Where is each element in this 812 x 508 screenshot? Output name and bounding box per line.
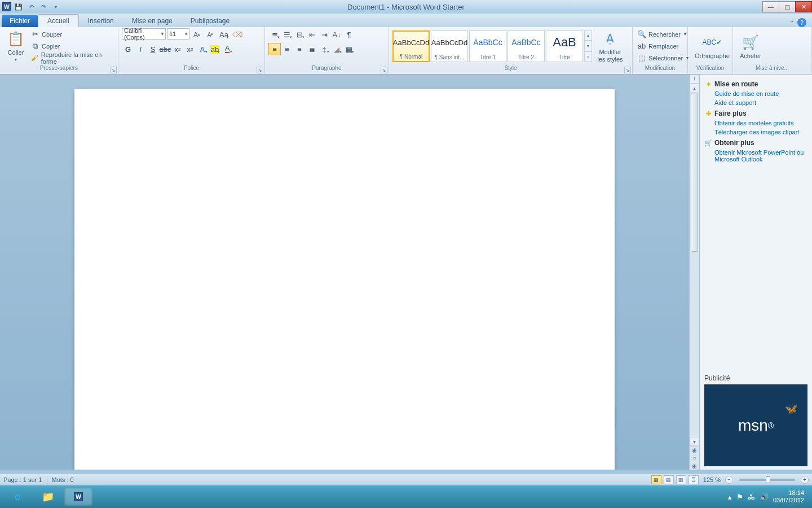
gallery-up[interactable]: ▴ xyxy=(584,30,592,41)
text-effects-button[interactable]: A xyxy=(196,43,209,55)
align-left-button[interactable]: ≡ xyxy=(268,43,281,55)
file-tab[interactable]: Fichier xyxy=(2,15,38,27)
italic-button[interactable]: I xyxy=(134,43,147,55)
prev-page[interactable]: ◉ xyxy=(690,446,699,454)
justify-button[interactable]: ≣ xyxy=(306,43,318,55)
clock[interactable]: 18:14 03/07/2012 xyxy=(773,489,804,504)
undo-button[interactable]: ↶ xyxy=(26,2,36,12)
font-size-select[interactable]: 11▾ xyxy=(167,28,189,40)
find-button[interactable]: 🔍Rechercher▾ xyxy=(636,29,690,40)
increase-indent-button[interactable]: ⇥ xyxy=(318,28,330,41)
tab-mise-en-page[interactable]: Mise en page xyxy=(123,15,182,27)
taskbar-ie[interactable]: e xyxy=(3,488,32,506)
document-area[interactable] xyxy=(0,75,689,470)
next-page[interactable]: ◉ xyxy=(690,462,699,470)
numbering-button[interactable]: ☰ xyxy=(281,28,293,41)
page-indicator[interactable]: Page : 1 sur 1 xyxy=(3,476,42,483)
taskbar-word[interactable]: W xyxy=(64,488,92,506)
tab-accueil[interactable]: Accueil xyxy=(38,14,79,27)
minimize-ribbon-button[interactable]: ⌃ xyxy=(789,20,794,26)
bold-button[interactable]: G xyxy=(122,43,134,55)
underline-button[interactable]: S xyxy=(147,43,159,55)
link-help[interactable]: Aide et support xyxy=(704,98,807,107)
line-spacing-button[interactable]: ‡ xyxy=(318,43,330,55)
replace-button[interactable]: abRemplacer xyxy=(636,41,690,52)
borders-button[interactable]: ▦ xyxy=(343,43,355,55)
network-icon[interactable]: 🖧 xyxy=(748,493,755,501)
help-button[interactable]: ? xyxy=(797,18,806,27)
styles-launcher[interactable]: ↘ xyxy=(624,67,631,73)
page[interactable] xyxy=(74,89,615,470)
grow-font-button[interactable]: A▴ xyxy=(191,28,203,41)
print-layout-view[interactable]: ▦ xyxy=(651,475,661,484)
clipboard-launcher[interactable]: ↘ xyxy=(110,67,117,73)
zoom-in[interactable]: + xyxy=(801,476,809,484)
font-color-button[interactable]: A xyxy=(221,43,233,55)
word-count[interactable]: Mots : 0 xyxy=(52,476,74,483)
sort-button[interactable]: A↓ xyxy=(330,28,343,41)
strikethrough-button[interactable]: abc xyxy=(159,43,171,55)
buy-button[interactable]: 🛒 Acheter xyxy=(736,32,765,60)
subscript-button[interactable]: x2 xyxy=(171,43,184,55)
qat-customize[interactable]: ▾ xyxy=(51,2,61,12)
highlight-button[interactable]: ab xyxy=(209,43,221,55)
superscript-button[interactable]: x2 xyxy=(184,43,196,55)
change-styles-button[interactable]: Ạ Modifier les styles xyxy=(593,28,627,63)
font-name-select[interactable]: Calibri (Corps)▾ xyxy=(122,28,166,40)
scroll-thumb[interactable] xyxy=(691,94,698,252)
spelling-button[interactable]: ABC✔ Orthographe xyxy=(691,32,733,60)
change-case-button[interactable]: Aa xyxy=(218,28,230,41)
zoom-out[interactable]: − xyxy=(725,476,733,484)
paragraph-launcher[interactable]: ↘ xyxy=(381,67,387,73)
clear-formatting-button[interactable]: ⌫ xyxy=(231,28,244,41)
outline-view[interactable]: ≣ xyxy=(689,475,699,484)
bullets-button[interactable]: ≣ xyxy=(268,28,281,41)
web-layout-view[interactable]: ▥ xyxy=(676,475,686,484)
browse-object[interactable]: ○ xyxy=(690,454,699,462)
font-launcher[interactable]: ↘ xyxy=(257,67,263,73)
copy-button[interactable]: ⧉Copier xyxy=(29,41,114,52)
select-button[interactable]: ⬚Sélectionner▾ xyxy=(636,52,690,64)
taskbar-explorer[interactable]: 📁 xyxy=(34,488,62,506)
align-right-button[interactable]: ≡ xyxy=(293,43,306,55)
redo-button[interactable]: ↷ xyxy=(38,2,48,12)
tab-publipostage[interactable]: Publipostage xyxy=(182,15,239,27)
zoom-label[interactable]: 125 % xyxy=(703,476,721,483)
reading-view[interactable]: ▤ xyxy=(664,475,674,484)
flag-icon[interactable]: ⚑ xyxy=(736,493,743,501)
paste-button[interactable]: 📋 Coller ▾ xyxy=(3,29,28,63)
show-marks-button[interactable]: ¶ xyxy=(343,28,355,41)
shrink-font-button[interactable]: A▾ xyxy=(204,28,217,41)
style-sans-interligne[interactable]: AaBbCcDd¶ Sans int... xyxy=(431,30,468,62)
scroll-track[interactable] xyxy=(690,93,699,437)
style-titre[interactable]: AaBTitre xyxy=(546,30,583,62)
save-button[interactable]: 💾 xyxy=(14,2,24,12)
style-titre1[interactable]: AaBbCcTitre 1 xyxy=(469,30,506,62)
close-button[interactable]: ✕ xyxy=(795,1,812,12)
zoom-thumb[interactable] xyxy=(766,476,770,483)
scroll-up[interactable]: ▴ xyxy=(690,84,699,93)
scroll-down[interactable]: ▾ xyxy=(690,437,699,446)
zoom-slider[interactable] xyxy=(739,479,795,481)
tab-insertion[interactable]: Insertion xyxy=(79,15,123,27)
link-guide[interactable]: Guide de mise en route xyxy=(704,89,807,98)
gallery-more[interactable]: ▿ xyxy=(584,51,592,62)
minimize-button[interactable]: — xyxy=(762,1,779,12)
link-clipart[interactable]: Télécharger des images clipart xyxy=(704,128,807,137)
multilevel-list-button[interactable]: ⊟ xyxy=(293,28,306,41)
style-normal[interactable]: AaBbCcDd¶ Normal xyxy=(392,30,430,62)
decrease-indent-button[interactable]: ⇤ xyxy=(306,28,318,41)
gallery-down[interactable]: ▾ xyxy=(584,41,592,51)
cut-button[interactable]: ✂Couper xyxy=(29,29,114,40)
vertical-scrollbar[interactable]: ⁞ ▴ ▾ ◉ ○ ◉ xyxy=(689,75,699,470)
scroll-split-icon[interactable]: ⁞ xyxy=(690,75,699,84)
format-painter-button[interactable]: 🖌Reproduire la mise en forme xyxy=(29,52,114,64)
show-hidden-icon[interactable]: ▴ xyxy=(728,493,732,501)
link-templates[interactable]: Obtenir des modèles gratuits xyxy=(704,119,807,128)
app-icon[interactable]: W xyxy=(2,2,11,11)
volume-icon[interactable]: 🔊 xyxy=(760,493,769,501)
align-center-button[interactable]: ≡ xyxy=(281,43,293,55)
link-office[interactable]: Obtenir Microsoft PowerPoint ou Microsof… xyxy=(704,148,807,164)
shading-button[interactable]: ◢ xyxy=(330,43,343,55)
ad-box[interactable]: msn® 🦋 xyxy=(704,384,807,466)
